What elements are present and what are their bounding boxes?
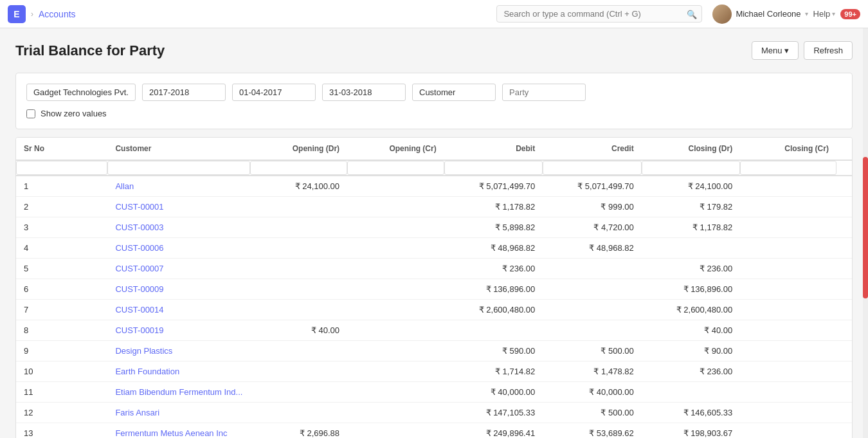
cell-credit <box>543 259 642 279</box>
cell-credit <box>543 300 642 320</box>
search-input[interactable] <box>496 5 702 23</box>
cell-credit: ₹ 40,000.00 <box>543 382 642 403</box>
cell-closing-cr <box>740 320 836 341</box>
party-filter[interactable] <box>502 84 586 101</box>
table-filter-row <box>16 160 852 176</box>
cell-debit: ₹ 249,896.41 <box>444 423 543 439</box>
cell-opening-dr <box>250 259 347 279</box>
search-container: 🔍 <box>496 5 702 23</box>
cell-closing-cr <box>740 279 836 300</box>
cell-opening-cr <box>347 320 444 341</box>
filter-section: Show zero values <box>15 73 853 129</box>
cell-closing-cr <box>740 361 836 382</box>
cell-customer[interactable]: CUST-00019 <box>107 320 250 341</box>
cell-closing-dr: ₹ 136,896.00 <box>642 279 741 300</box>
company-filter[interactable] <box>26 84 136 101</box>
cell-closing-cr <box>740 300 836 320</box>
filter-customer[interactable] <box>107 161 250 175</box>
table-row: 6 CUST-00009 ₹ 136,896.00 ₹ 136,896.00 <box>16 279 852 300</box>
table-row: 12 Faris Ansari ₹ 147,105.33 ₹ 500.00 ₹ … <box>16 403 852 423</box>
filter-sr-no[interactable] <box>16 161 107 175</box>
cell-extra <box>836 176 852 197</box>
cell-credit: ₹ 999.00 <box>543 197 642 217</box>
cell-customer[interactable]: Allan <box>107 176 250 197</box>
filter-opening-dr[interactable] <box>250 161 347 175</box>
cell-closing-cr <box>740 403 836 423</box>
cell-customer[interactable]: Faris Ansari <box>107 403 250 423</box>
table-row: 4 CUST-00006 ₹ 48,968.82 ₹ 48,968.82 <box>16 238 852 259</box>
breadcrumb-accounts[interactable]: Accounts <box>39 9 76 19</box>
cell-opening-dr <box>250 279 347 300</box>
cell-customer[interactable]: Etiam Bibendum Fermentum Ind... <box>107 382 250 403</box>
scrollbar-track <box>863 28 868 438</box>
cell-extra <box>836 382 852 403</box>
cell-opening-dr <box>250 238 347 259</box>
cell-closing-dr: ₹ 146,605.33 <box>642 403 741 423</box>
show-zero-checkbox[interactable] <box>26 109 35 118</box>
cell-debit: ₹ 40,000.00 <box>444 382 543 403</box>
help-dropdown-icon: ▾ <box>832 10 835 17</box>
cell-sr-no: 9 <box>16 341 107 361</box>
cell-extra <box>836 403 852 423</box>
help-menu[interactable]: Help ▾ <box>813 9 836 19</box>
cell-sr-no: 8 <box>16 320 107 341</box>
party-type-filter[interactable] <box>412 84 496 101</box>
col-sr-no: Sr No <box>16 138 107 160</box>
menu-dropdown-icon: ▾ <box>784 46 789 55</box>
filter-opening-cr[interactable] <box>347 161 444 175</box>
cell-extra <box>836 423 852 439</box>
show-zero-row: Show zero values <box>26 109 842 118</box>
cell-closing-cr <box>740 341 836 361</box>
cell-sr-no: 13 <box>16 423 107 439</box>
cell-closing-dr: ₹ 40.00 <box>642 320 741 341</box>
table-row: 8 CUST-00019 ₹ 40.00 ₹ 40.00 <box>16 320 852 341</box>
cell-closing-dr: ₹ 198,903.67 <box>642 423 741 439</box>
col-customer: Customer <box>107 138 250 160</box>
cell-opening-cr <box>347 197 444 217</box>
to-date-filter[interactable] <box>322 84 406 101</box>
filter-closing-dr[interactable] <box>642 161 741 175</box>
cell-closing-cr <box>740 197 836 217</box>
user-dropdown-icon: ▾ <box>805 10 808 17</box>
search-icon: 🔍 <box>687 9 697 19</box>
table-row: 9 Design Plastics ₹ 590.00 ₹ 500.00 ₹ 90… <box>16 341 852 361</box>
cell-debit: ₹ 1,178.82 <box>444 197 543 217</box>
menu-button[interactable]: Menu ▾ <box>752 41 799 60</box>
cell-customer[interactable]: CUST-00003 <box>107 217 250 238</box>
fiscal-year-filter[interactable] <box>142 84 226 101</box>
cell-customer[interactable]: Earth Foundation <box>107 361 250 382</box>
cell-closing-cr <box>740 382 836 403</box>
cell-customer[interactable]: CUST-00001 <box>107 197 250 217</box>
cell-closing-cr <box>740 423 836 439</box>
table-row: 11 Etiam Bibendum Fermentum Ind... ₹ 40,… <box>16 382 852 403</box>
cell-closing-dr <box>642 382 741 403</box>
table-container: Sr No Customer Opening (Dr) Opening (Cr)… <box>15 137 853 438</box>
cell-opening-cr <box>347 361 444 382</box>
navbar: E › Accounts 🔍 Michael Corleone ▾ Help ▾… <box>0 0 868 28</box>
brand-logo: E <box>8 5 26 23</box>
user-menu[interactable]: Michael Corleone ▾ <box>712 5 808 24</box>
from-date-filter[interactable] <box>232 84 316 101</box>
cell-customer[interactable]: Fermentum Metus Aenean Inc <box>107 423 250 439</box>
cell-credit: ₹ 1,478.82 <box>543 361 642 382</box>
scrollbar-thumb[interactable] <box>863 157 868 298</box>
cell-customer[interactable]: CUST-00014 <box>107 300 250 320</box>
page-actions: Menu ▾ Refresh <box>752 41 853 60</box>
filter-debit[interactable] <box>444 161 543 175</box>
filter-credit[interactable] <box>543 161 642 175</box>
cell-credit <box>543 279 642 300</box>
cell-closing-cr <box>740 238 836 259</box>
notification-badge[interactable]: 99+ <box>840 9 860 19</box>
cell-closing-cr <box>740 176 836 197</box>
cell-sr-no: 3 <box>16 217 107 238</box>
cell-customer[interactable]: Design Plastics <box>107 341 250 361</box>
cell-closing-dr: ₹ 236.00 <box>642 361 741 382</box>
refresh-button[interactable]: Refresh <box>804 41 853 60</box>
cell-customer[interactable]: CUST-00009 <box>107 279 250 300</box>
cell-credit: ₹ 48,968.82 <box>543 238 642 259</box>
cell-customer[interactable]: CUST-00007 <box>107 259 250 279</box>
filter-closing-cr[interactable] <box>740 161 836 175</box>
cell-customer[interactable]: CUST-00006 <box>107 238 250 259</box>
col-closing-cr: Closing (Cr) <box>740 138 836 160</box>
cell-sr-no: 4 <box>16 238 107 259</box>
